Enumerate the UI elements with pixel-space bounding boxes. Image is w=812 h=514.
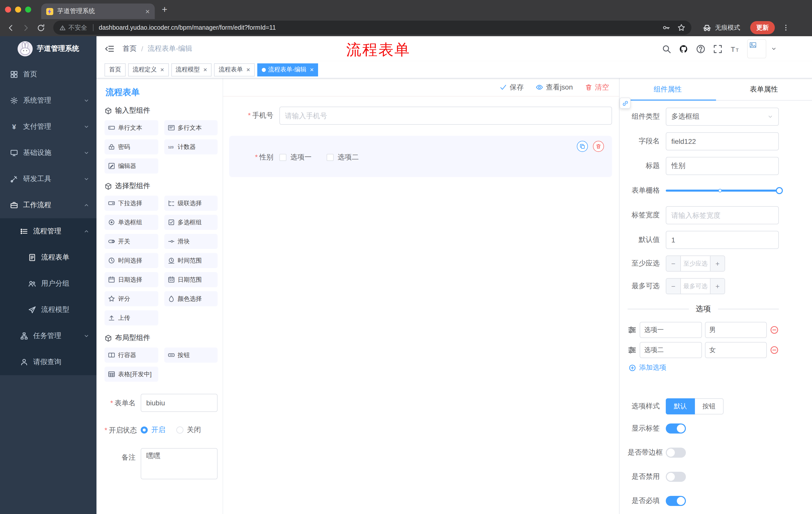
component-chip-single-text[interactable]: 单行文本	[105, 120, 158, 135]
sidebar-item-task-management[interactable]: 任务管理	[0, 323, 96, 349]
component-chip-button[interactable]: 按钮	[164, 348, 218, 362]
add-option-button[interactable]: 添加选项	[629, 363, 779, 372]
phone-input[interactable]	[279, 107, 612, 125]
sidebar-item-workflow[interactable]: 工作流程	[0, 192, 96, 218]
user-avatar[interactable]	[747, 39, 766, 58]
option-label-input[interactable]: 选项二	[640, 342, 702, 358]
max-select-input[interactable]: 最多可选	[681, 279, 710, 294]
close-icon[interactable]: ×	[160, 66, 164, 73]
sidebar-item-process-form[interactable]: 流程表单	[0, 244, 96, 271]
fullscreen-icon[interactable]	[713, 44, 723, 54]
close-icon[interactable]: ×	[310, 66, 314, 73]
increase-button[interactable]: +	[710, 279, 725, 294]
slider-handle[interactable]	[776, 187, 783, 194]
sidebar-item-process-management[interactable]: 流程管理	[0, 218, 96, 244]
status-off-radio[interactable]: 关闭	[176, 426, 201, 435]
sidebar-logo[interactable]: 芋道管理系统	[0, 36, 96, 61]
component-chip-editor[interactable]: 编辑器	[105, 158, 158, 173]
component-chip-upload[interactable]: 上传	[105, 310, 158, 325]
forward-button[interactable]	[19, 21, 32, 34]
sidebar-item-home[interactable]: 首页	[0, 61, 96, 87]
help-icon[interactable]	[696, 44, 705, 54]
security-indicator[interactable]: 不安全	[59, 23, 87, 32]
component-chip-multi-text[interactable]: 多行文本	[164, 120, 218, 135]
selected-component-gender[interactable]: *性别 选项一 选项二	[229, 136, 612, 177]
view-json-button[interactable]: 查看json	[536, 83, 573, 92]
component-type-select[interactable]: 多选框组	[666, 108, 779, 126]
github-icon[interactable]	[679, 44, 688, 54]
form-name-input[interactable]	[141, 394, 218, 412]
option-style-button-button[interactable]: 按钮	[695, 398, 724, 414]
option-value-input[interactable]: 女	[705, 342, 767, 358]
tag-process-form[interactable]: 流程表单 ×	[214, 63, 255, 76]
password-manager-icon[interactable]	[662, 24, 670, 32]
tag-process-definition[interactable]: 流程定义 ×	[128, 63, 169, 76]
field-phone[interactable]: *手机号	[229, 107, 612, 125]
window-minimize-button[interactable]	[15, 6, 21, 12]
slider-runway[interactable]	[666, 190, 779, 192]
browser-menu-button[interactable]	[780, 22, 792, 34]
tag-process-form-edit[interactable]: 流程表单-编辑 ×	[257, 63, 318, 76]
option-style-default-button[interactable]: 默认	[666, 398, 695, 414]
sidebar-item-devtools[interactable]: 研发工具	[0, 166, 96, 192]
bookmark-star-icon[interactable]	[677, 24, 685, 32]
tab-form-props[interactable]: 表单属性	[716, 78, 812, 100]
component-chip-time[interactable]: 时间选择	[105, 253, 158, 268]
component-chip-time-range[interactable]: 时间范围	[164, 253, 218, 268]
form-grid-slider[interactable]	[666, 182, 779, 200]
drag-handle-icon[interactable]	[628, 346, 637, 355]
close-icon[interactable]: ×	[246, 66, 250, 73]
close-icon[interactable]: ×	[203, 66, 207, 73]
clear-button[interactable]: 清空	[585, 83, 609, 92]
decrease-button[interactable]: −	[666, 256, 681, 271]
chrome-update-button[interactable]: 更新	[750, 21, 775, 34]
sidebar-item-user-group[interactable]: 用户分组	[0, 271, 96, 297]
font-size-icon[interactable]: TT	[730, 44, 740, 54]
tab-component-props[interactable]: 组件属性	[619, 78, 716, 100]
sidebar-item-leave-query[interactable]: 请假查询	[0, 349, 96, 375]
sidebar-fold-icon[interactable]	[105, 44, 115, 54]
component-chip-slider[interactable]: 滑块	[164, 234, 218, 249]
drag-handle-icon[interactable]	[628, 325, 637, 334]
save-button[interactable]: 保存	[500, 83, 524, 92]
component-chip-checkbox-group[interactable]: 多选框组	[164, 215, 218, 230]
checkbox-option-1[interactable]: 选项一	[279, 153, 312, 162]
address-bar[interactable]: 不安全 dashboard.yudao.iocoder.cn/bpm/manag…	[53, 21, 691, 35]
breadcrumb-home[interactable]: 首页	[123, 44, 137, 53]
sidebar-item-infrastructure[interactable]: 基础设施	[0, 140, 96, 166]
back-button[interactable]	[4, 21, 17, 34]
sidebar-item-payment[interactable]: ¥ 支付管理	[0, 114, 96, 140]
avatar-caret-icon[interactable]	[771, 46, 777, 52]
component-chip-radio-group[interactable]: 单选框组	[105, 215, 158, 230]
component-chip-select[interactable]: 下拉选择	[105, 196, 158, 211]
component-chip-table[interactable]: 表格[开发中]	[105, 367, 158, 382]
checkbox-option-2[interactable]: 选项二	[327, 153, 359, 162]
remove-option-icon[interactable]	[770, 325, 779, 334]
reload-button[interactable]	[34, 21, 47, 34]
label-width-input[interactable]	[666, 206, 779, 224]
link-affix-button[interactable]	[619, 98, 631, 109]
component-chip-cascader[interactable]: 级联选择	[164, 196, 218, 211]
sidebar-item-process-model[interactable]: 流程模型	[0, 297, 96, 323]
window-zoom-button[interactable]	[25, 6, 31, 12]
default-value-input[interactable]	[666, 231, 779, 249]
component-chip-row[interactable]: 行容器	[105, 348, 158, 362]
status-on-radio[interactable]: 开启	[141, 426, 165, 435]
window-close-button[interactable]	[5, 6, 11, 12]
component-chip-date[interactable]: 日期选择	[105, 272, 158, 287]
component-chip-rate[interactable]: 评分	[105, 291, 158, 306]
option-label-input[interactable]: 选项一	[640, 322, 702, 338]
component-chip-date-range[interactable]: 日期范围	[164, 272, 218, 287]
search-icon[interactable]	[662, 44, 671, 54]
browser-tab[interactable]: 芋道管理系统 ×	[41, 3, 155, 19]
border-switch[interactable]	[666, 448, 686, 458]
remark-textarea[interactable]: 嘿嘿	[141, 448, 218, 479]
title-input[interactable]	[666, 157, 779, 175]
component-chip-counter[interactable]: 123计数器	[164, 139, 218, 154]
sidebar-item-system[interactable]: 系统管理	[0, 87, 96, 114]
min-select-input[interactable]: 至少应选	[681, 256, 710, 271]
tag-process-model[interactable]: 流程模型 ×	[171, 63, 211, 76]
new-tab-button[interactable]: +	[155, 0, 174, 19]
increase-button[interactable]: +	[710, 256, 725, 271]
required-switch[interactable]	[666, 496, 686, 506]
